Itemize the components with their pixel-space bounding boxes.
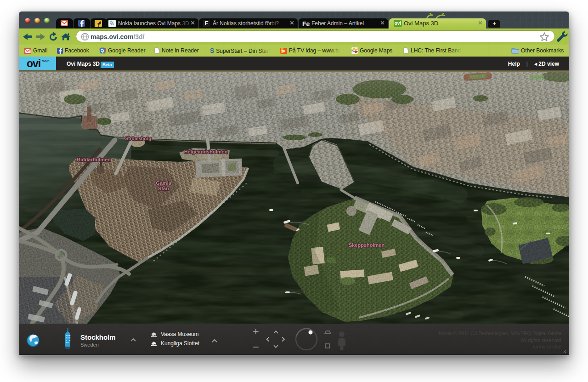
svg-text:Strömsborg: Strömsborg — [125, 136, 152, 141]
svg-text:Gamla: Gamla — [156, 180, 172, 186]
svg-text:Helgeandsholmen: Helgeandsholmen — [184, 149, 228, 154]
svg-text:Riddarholmen: Riddarholmen — [77, 157, 111, 162]
svg-text:tv: tv — [282, 49, 285, 53]
svg-text:Stan: Stan — [158, 186, 169, 191]
svg-text:Skeppsholmen: Skeppsholmen — [349, 242, 385, 248]
